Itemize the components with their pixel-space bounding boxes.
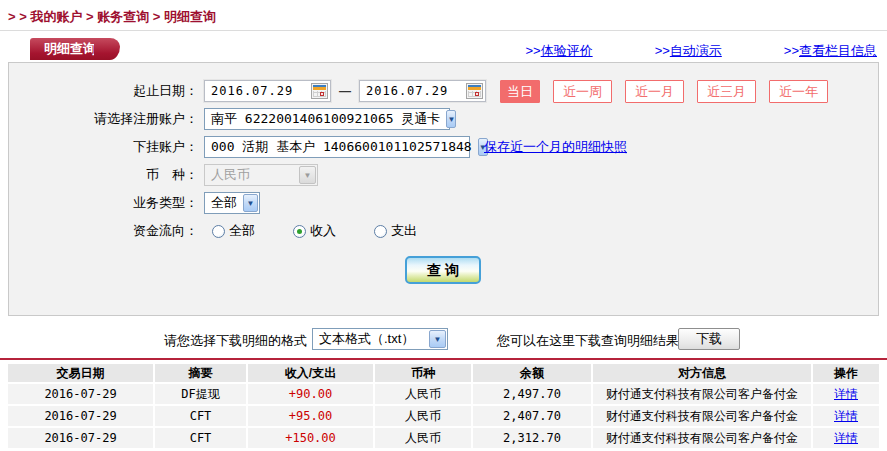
detail-link[interactable]: 详情 [834,387,858,401]
cell-balance: 2,497.70 [473,384,593,404]
header-divider [0,30,887,31]
chevron-down-icon: ▼ [446,110,456,128]
cell-currency: 人民币 [375,406,473,426]
sub-account-label: 下挂账户： [9,138,198,156]
currency-row: 币 种： 人民币 ▼ [9,161,878,189]
breadcrumb-separator: > [149,9,164,24]
download-row: 请您选择下载明细的格式 文本格式（.txt） ▼ 您可以在这里下载查询明细结果 … [8,328,879,352]
cell-counterparty: 财付通支付科技有限公司客户备付金 [593,428,813,448]
date-range-separator: — [339,84,351,98]
breadcrumb-item-my-account[interactable]: 我的账户 [30,9,82,24]
table-row: 2016-07-29 CFT +95.00 人民币 2,407.70 财付通支付… [8,406,879,426]
link-auto-demo[interactable]: >>自动演示 [655,42,722,60]
chevron-down-icon: ▼ [299,166,316,184]
range-button-last-week[interactable]: 近一周 [553,80,612,103]
radio-fund-flow-income[interactable]: 收入 [293,222,336,240]
table-row: 2016-07-29 CFT +150.00 人民币 2,312.70 财付通支… [8,428,879,448]
detail-link[interactable]: 详情 [834,431,858,445]
currency-value: 人民币 [205,166,256,184]
sub-account-row: 下挂账户： 000 活期 基本户 1406600101102571848 ▼ 保… [9,133,878,161]
start-date-input[interactable]: 2016.07.29 [204,80,331,102]
breadcrumb: > > 我的账户 > 账务查询 > 明细查询 [8,8,216,26]
register-account-select[interactable]: 南平 6222001406100921065 灵通卡 ▼ [204,108,450,130]
radio-label: 全部 [229,222,255,240]
table-row: 2016-07-29 DF提现 +90.00 人民币 2,497.70 财付通支… [8,384,879,404]
range-button-last-year[interactable]: 近一年 [769,80,828,103]
currency-label: 币 种： [9,166,198,184]
radio-icon [212,225,225,238]
breadcrumb-item-account-query[interactable]: 账务查询 [97,9,149,24]
calendar-icon[interactable] [466,83,483,99]
chevron-down-icon: ▼ [243,194,258,212]
cell-date: 2016-07-29 [8,384,155,404]
col-header-income-expense: 收入/支出 [248,364,375,382]
cell-summary: CFT [155,428,248,448]
col-header-counterparty: 对方信息 [593,364,813,382]
detail-query-page: > > 我的账户 > 账务查询 > 明细查询 明细查询 >>体验评价 >>自动演… [0,0,887,451]
cell-balance: 2,312.70 [473,428,593,448]
end-date-input[interactable]: 2016.07.29 [359,80,486,102]
range-button-last-month[interactable]: 近一月 [625,80,684,103]
download-format-value: 文本格式（.txt） [313,330,420,348]
cell-currency: 人民币 [375,428,473,448]
breadcrumb-item-detail-query[interactable]: 明细查询 [164,9,216,24]
radio-label: 收入 [310,222,336,240]
col-header-currency: 币种 [375,364,473,382]
cell-date: 2016-07-29 [8,406,155,426]
business-type-row: 业务类型： 全部 ▼ [9,189,878,217]
radio-label: 支出 [391,222,417,240]
download-format-label: 请您选择下载明细的格式 [8,332,307,350]
link-label: 查看栏目信息 [799,43,877,58]
link-prefix: >> [525,43,540,58]
download-button[interactable]: 下载 [678,328,740,350]
link-prefix: >> [655,43,670,58]
sub-account-select[interactable]: 000 活期 基本户 1406600101102571848 ▼ [204,136,470,158]
chevron-down-icon: ▼ [429,330,446,348]
cell-summary: CFT [155,406,248,426]
start-date-value: 2016.07.29 [211,84,293,98]
date-range-row: 起止日期： 2016.07.29 — 2016.07.29 当日 近一周 近一月… [9,77,878,105]
end-date-value: 2016.07.29 [366,84,448,98]
cell-amount: +95.00 [248,406,375,426]
quick-range-buttons: 当日 近一周 近一月 近三月 近一年 [500,80,828,103]
business-type-label: 业务类型： [9,194,198,212]
save-snapshot-link[interactable]: 保存近一个月的明细快照 [484,138,627,156]
cell-amount: +150.00 [248,428,375,448]
cell-balance: 2,407.70 [473,406,593,426]
cell-date: 2016-07-29 [8,428,155,448]
table-header-row: 交易日期 摘要 收入/支出 币种 余额 对方信息 操作 [8,364,879,382]
col-header-action: 操作 [813,364,879,382]
fund-flow-row: 资金流向： 全部 收入 支出 [9,217,878,245]
register-account-value: 南平 6222001406100921065 灵通卡 [205,110,446,128]
link-label: 自动演示 [670,43,722,58]
detail-link[interactable]: 详情 [834,409,858,423]
link-view-column-info[interactable]: >>查看栏目信息 [784,42,877,60]
cell-currency: 人民币 [375,384,473,404]
range-button-today[interactable]: 当日 [500,80,540,103]
radio-icon [293,225,306,238]
range-button-last-3-months[interactable]: 近三月 [697,80,756,103]
radio-fund-flow-expense[interactable]: 支出 [374,222,417,240]
link-prefix: >> [784,43,799,58]
business-type-select[interactable]: 全部 ▼ [204,192,260,214]
register-account-label: 请选择注册账户： [9,110,198,128]
download-format-select[interactable]: 文本格式（.txt） ▼ [312,328,448,350]
col-header-date: 交易日期 [8,364,155,382]
col-header-summary: 摘要 [155,364,248,382]
col-header-balance: 余额 [473,364,593,382]
business-type-value: 全部 [205,194,243,212]
register-account-row: 请选择注册账户： 南平 6222001406100921065 灵通卡 ▼ [9,105,878,133]
calendar-icon[interactable] [311,83,328,99]
currency-select: 人民币 ▼ [204,164,318,186]
cell-counterparty: 财付通支付科技有限公司客户备付金 [593,406,813,426]
query-button[interactable]: 查 询 [405,256,481,284]
breadcrumb-separator: > [82,9,97,24]
cell-amount: +90.00 [248,384,375,404]
header-links: >>体验评价 >>自动演示 >>查看栏目信息 [525,42,877,60]
tab-detail-query[interactable]: 明细查询 [30,38,106,60]
breadcrumb-prefix: > > [8,9,30,24]
radio-fund-flow-all[interactable]: 全部 [212,222,255,240]
fund-flow-label: 资金流向： [9,222,198,240]
query-form-panel: 起止日期： 2016.07.29 — 2016.07.29 当日 近一周 近一月… [8,62,879,316]
link-experience-rating[interactable]: >>体验评价 [525,42,592,60]
